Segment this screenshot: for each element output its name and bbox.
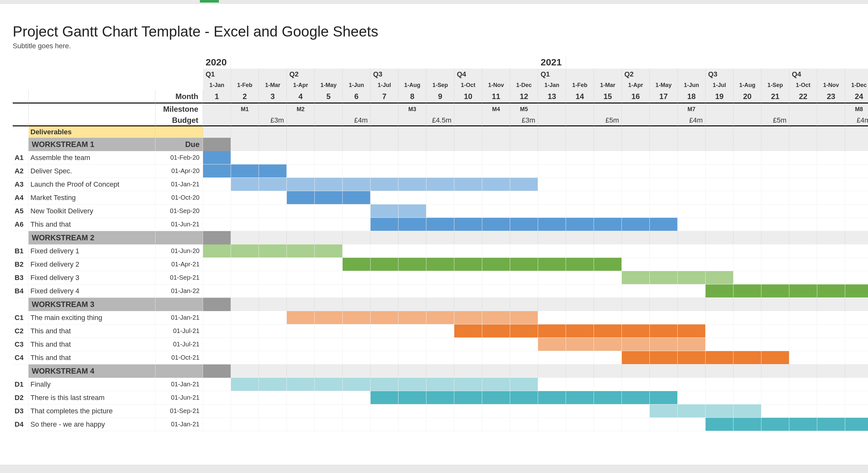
gantt-cell[interactable]: [678, 338, 706, 351]
gantt-cell[interactable]: [343, 151, 371, 165]
gantt-cell[interactable]: [845, 178, 868, 191]
gantt-bar[interactable]: [566, 258, 594, 271]
gantt-cell[interactable]: [622, 191, 650, 204]
gantt-bar[interactable]: [315, 191, 342, 204]
gantt-bar[interactable]: [845, 285, 868, 297]
gantt-cell[interactable]: [426, 178, 454, 191]
gantt-cell[interactable]: [817, 418, 845, 431]
gantt-bar[interactable]: [706, 418, 733, 431]
gantt-bar[interactable]: [259, 178, 286, 191]
gantt-bar[interactable]: [594, 391, 621, 404]
gantt-cell[interactable]: [315, 244, 343, 258]
gantt-cell[interactable]: [454, 338, 482, 351]
gantt-cell[interactable]: [817, 391, 845, 405]
gantt-cell[interactable]: [510, 405, 538, 418]
gantt-cell[interactable]: [259, 324, 287, 338]
gantt-cell[interactable]: [343, 204, 371, 218]
gantt-cell[interactable]: [371, 165, 399, 178]
gantt-bar[interactable]: [510, 391, 538, 404]
gantt-bar[interactable]: [622, 324, 649, 337]
gantt-bar[interactable]: [399, 204, 426, 217]
gantt-cell[interactable]: [762, 391, 789, 405]
gantt-cell[interactable]: [203, 244, 231, 258]
gantt-cell[interactable]: [538, 378, 566, 391]
gantt-cell[interactable]: [259, 191, 287, 204]
gantt-cell[interactable]: [231, 178, 259, 191]
gantt-cell[interactable]: [399, 311, 426, 324]
gantt-bar[interactable]: [538, 391, 566, 404]
gantt-cell[interactable]: [817, 204, 845, 218]
gantt-cell[interactable]: [538, 405, 566, 418]
gantt-cell[interactable]: [482, 285, 510, 298]
gantt-cell[interactable]: [454, 191, 482, 204]
gantt-cell[interactable]: [594, 285, 622, 298]
gantt-cell[interactable]: [734, 285, 762, 298]
gantt-cell[interactable]: [762, 218, 789, 231]
gantt-bar[interactable]: [259, 165, 286, 177]
gantt-bar[interactable]: [538, 258, 566, 271]
gantt-bar[interactable]: [650, 391, 677, 404]
gantt-cell[interactable]: [706, 418, 734, 431]
gantt-cell[interactable]: [817, 178, 845, 191]
gantt-cell[interactable]: [259, 285, 287, 298]
gantt-cell[interactable]: [762, 311, 789, 324]
gantt-cell[interactable]: [845, 324, 868, 338]
gantt-cell[interactable]: [845, 165, 868, 178]
gantt-cell[interactable]: [343, 351, 371, 364]
gantt-cell[interactable]: [594, 351, 622, 364]
gantt-cell[interactable]: [566, 151, 594, 165]
gantt-cell[interactable]: [706, 151, 734, 165]
gantt-cell[interactable]: [538, 285, 566, 298]
gantt-cell[interactable]: [343, 271, 371, 285]
gantt-cell[interactable]: [287, 244, 315, 258]
gantt-cell[interactable]: [203, 258, 231, 271]
gantt-cell[interactable]: [259, 165, 287, 178]
gantt-cell[interactable]: [566, 191, 594, 204]
gantt-cell[interactable]: [678, 178, 706, 191]
gantt-cell[interactable]: [259, 338, 287, 351]
gantt-bar[interactable]: [734, 285, 761, 297]
gantt-cell[interactable]: [734, 418, 762, 431]
gantt-cell[interactable]: [622, 271, 650, 285]
gantt-bar[interactable]: [426, 311, 454, 324]
gantt-cell[interactable]: [789, 311, 817, 324]
gantt-cell[interactable]: [315, 311, 343, 324]
gantt-cell[interactable]: [538, 351, 566, 364]
gantt-bar[interactable]: [482, 378, 510, 391]
gantt-bar[interactable]: [399, 218, 426, 231]
gantt-bar[interactable]: [426, 178, 454, 191]
gantt-cell[interactable]: [371, 178, 399, 191]
gantt-cell[interactable]: [343, 378, 371, 391]
gantt-bar[interactable]: [538, 218, 566, 231]
gantt-cell[interactable]: [426, 378, 454, 391]
gantt-bar[interactable]: [566, 324, 594, 337]
gantt-bar[interactable]: [399, 311, 426, 324]
gantt-cell[interactable]: [315, 258, 343, 271]
gantt-cell[interactable]: [426, 418, 454, 431]
gantt-cell[interactable]: [510, 324, 538, 338]
gantt-cell[interactable]: [371, 324, 399, 338]
gantt-cell[interactable]: [789, 351, 817, 364]
gantt-cell[interactable]: [566, 285, 594, 298]
gantt-cell[interactable]: [426, 324, 454, 338]
gantt-cell[interactable]: [454, 165, 482, 178]
gantt-bar[interactable]: [454, 218, 482, 231]
gantt-cell[interactable]: [706, 244, 734, 258]
gantt-cell[interactable]: [510, 271, 538, 285]
gantt-cell[interactable]: [762, 151, 789, 165]
gantt-cell[interactable]: [231, 351, 259, 364]
gantt-cell[interactable]: [678, 271, 706, 285]
gantt-cell[interactable]: [203, 204, 231, 218]
gantt-cell[interactable]: [789, 405, 817, 418]
gantt-cell[interactable]: [538, 418, 566, 431]
gantt-cell[interactable]: [371, 244, 399, 258]
gantt-bar[interactable]: [594, 258, 621, 271]
gantt-cell[interactable]: [762, 204, 789, 218]
gantt-bar[interactable]: [231, 165, 258, 177]
gantt-cell[interactable]: [594, 378, 622, 391]
gantt-cell[interactable]: [287, 285, 315, 298]
gantt-cell[interactable]: [845, 351, 868, 364]
gantt-cell[interactable]: [399, 378, 426, 391]
gantt-cell[interactable]: [510, 151, 538, 165]
gantt-cell[interactable]: [594, 405, 622, 418]
